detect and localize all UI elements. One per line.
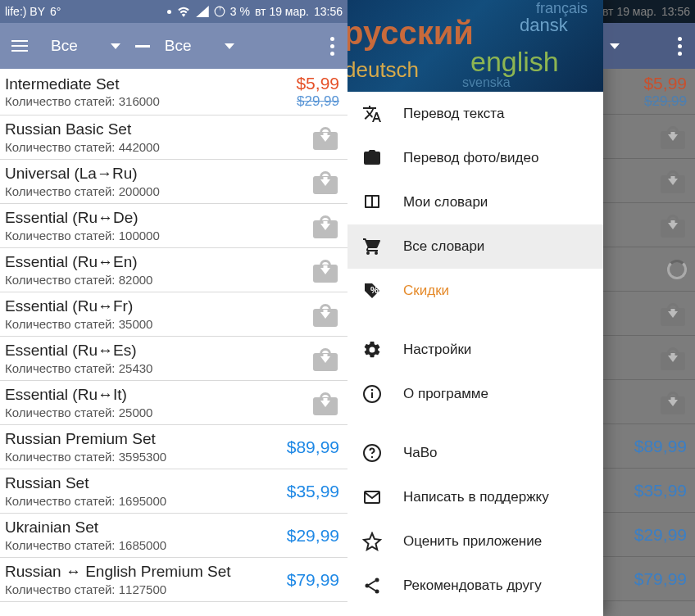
carrier-label: life:) BY	[5, 5, 45, 18]
item-title: Essential (Ru↔It)	[5, 386, 311, 405]
overflow-menu-button	[671, 30, 688, 62]
drawer-header: русскийdanskenglishdeutschsvenskafrançai…	[348, 0, 603, 92]
list-visible-strip: $5,99$29,99$89,99$35,99$29,99$79,99	[603, 69, 695, 616]
svg-rect-3	[366, 197, 371, 206]
download-icon	[659, 169, 687, 193]
item-title: Ukrainian Set	[5, 519, 274, 537]
menu-separator	[348, 313, 603, 328]
list-item-dimmed: $79,99	[603, 557, 695, 601]
item-title: Russian Set	[5, 474, 274, 493]
download-icon[interactable]	[311, 346, 339, 371]
download-icon	[659, 125, 687, 149]
chevron-down-icon	[225, 43, 234, 49]
discount-icon: %	[362, 281, 382, 301]
item-subtitle: Количество статей: 200000	[5, 184, 311, 198]
list-item-dimmed	[603, 203, 695, 247]
mail-icon	[362, 487, 382, 507]
item-title: Russian ↔ English Premium Set	[5, 563, 274, 582]
toolbar-visible-strip	[603, 23, 695, 69]
wordcloud-word: svenska	[462, 75, 511, 90]
list-item[interactable]: English Set	[0, 602, 348, 616]
menu-item-star[interactable]: Оценить приложение	[348, 519, 603, 564]
list-item[interactable]: Ukrainian SetКоличество статей: 1685000$…	[0, 514, 348, 558]
item-price: $29,99	[274, 526, 339, 546]
item-title: Intermediate Set	[5, 75, 274, 94]
list-item[interactable]: Essential (Ru↔It)Количество статей: 2500…	[0, 381, 348, 425]
download-icon[interactable]	[311, 214, 339, 238]
svg-text:%: %	[370, 285, 379, 295]
list-item[interactable]: Essential (Ru↔De)Количество статей: 1000…	[0, 204, 348, 248]
menu-item-discount[interactable]: %Скидки	[348, 269, 603, 313]
menu-item-label: О программе	[403, 386, 488, 402]
list-item[interactable]: Essential (Ru↔Es)Количество статей: 2543…	[0, 337, 348, 381]
download-icon[interactable]	[311, 258, 339, 283]
item-subtitle: Количество статей: 1127500	[5, 582, 274, 596]
list-item[interactable]: Essential (Ru↔En)Количество статей: 8200…	[0, 248, 348, 292]
download-icon[interactable]	[311, 302, 339, 327]
menu-item-label: Мои словари	[403, 194, 488, 211]
item-price: $5,99	[621, 74, 687, 93]
time-label: 13:56	[314, 5, 343, 18]
list-item-dimmed: $89,99	[603, 424, 695, 469]
menu-item-label: Написать в поддержку	[403, 489, 549, 505]
menu-item-book[interactable]: Мои словари	[348, 180, 603, 224]
menu-button[interactable]	[7, 34, 36, 58]
list-item[interactable]: Essential (Ru↔Fr)Количество статей: 3500…	[0, 292, 348, 337]
menu-item-camera[interactable]: Перевод фото/видео	[348, 136, 603, 180]
download-icon[interactable]	[311, 391, 339, 415]
filter-1-dropdown[interactable]: Все	[43, 30, 129, 61]
chevron-down-icon	[610, 43, 620, 49]
item-title: Essential (Ru↔Fr)	[5, 297, 311, 316]
menu-item-translate[interactable]: Перевод текста	[348, 92, 603, 136]
menu-item-label: Рекомендовать другу	[403, 578, 542, 594]
menu-item-cart[interactable]: Все словари	[348, 224, 603, 269]
item-title: Universal (La→Ru)	[5, 165, 311, 183]
info-icon	[362, 384, 382, 404]
item-price: $35,99	[621, 481, 687, 500]
dictionary-list[interactable]: Intermediate SetКоличество статей: 31600…	[0, 69, 348, 616]
list-item[interactable]: Russian Basic SetКоличество статей: 4420…	[0, 116, 348, 160]
list-item[interactable]: Universal (La→Ru)Количество статей: 2000…	[0, 160, 348, 204]
list-item-dimmed: $5,99$29,99	[603, 69, 695, 115]
download-icon[interactable]	[311, 125, 339, 150]
menu-item-share[interactable]: Рекомендовать другу	[348, 564, 603, 608]
list-item[interactable]: Russian Premium SetКоличество статей: 35…	[0, 425, 348, 469]
item-subtitle: Количество статей: 35000	[5, 317, 311, 331]
notification-dot-icon	[167, 10, 171, 14]
menu-item-help[interactable]: ЧаВо	[348, 431, 603, 475]
camera-icon	[362, 148, 382, 168]
menu-item-label: Перевод фото/видео	[403, 150, 538, 166]
svg-rect-7	[371, 392, 373, 398]
item-title: Russian Premium Set	[5, 430, 274, 449]
svg-point-8	[371, 389, 374, 392]
menu-item-mail[interactable]: Написать в поддержку	[348, 475, 603, 519]
item-subtitle: Количество статей: 1685000	[5, 538, 274, 552]
list-item-dimmed: $35,99	[603, 469, 695, 513]
list-item[interactable]: Russian SetКоличество статей: 1695000$35…	[0, 469, 348, 514]
item-price: $79,99	[621, 569, 687, 589]
menu-item-label: Настройки	[403, 342, 471, 358]
wordcloud-word: русский	[348, 15, 474, 52]
overflow-menu-button[interactable]	[324, 30, 341, 62]
cart-icon	[362, 237, 382, 256]
wordcloud-word: français	[536, 0, 588, 17]
item-price: $79,99	[274, 570, 339, 590]
status-bar: life:) BY 6° 3 % вт 19 мар. 13:56	[0, 0, 348, 23]
filter-2-dropdown[interactable]: Все	[157, 30, 243, 61]
download-icon[interactable]	[311, 170, 339, 194]
menu-item-settings[interactable]: Настройки	[348, 328, 603, 372]
item-subtitle: Количество статей: 3595300	[5, 450, 274, 464]
translate-icon	[362, 104, 382, 124]
filter-2-label: Все	[165, 37, 192, 55]
item-subtitle: Количество статей: 1695000	[5, 494, 274, 508]
item-subtitle: Количество статей: 100000	[5, 229, 311, 242]
item-subtitle: Количество статей: 316000	[5, 94, 274, 108]
download-icon	[659, 301, 687, 326]
book-icon	[362, 192, 382, 212]
list-item[interactable]: Russian ↔ English Premium SetКоличество …	[0, 558, 348, 602]
list-item[interactable]: Intermediate SetКоличество статей: 31600…	[0, 69, 348, 116]
menu-item-info[interactable]: О программе	[348, 372, 603, 416]
toolbar: Все Все	[0, 23, 348, 69]
wordcloud-word: deutsch	[348, 57, 419, 83]
battery-label: 3 %	[230, 5, 250, 18]
